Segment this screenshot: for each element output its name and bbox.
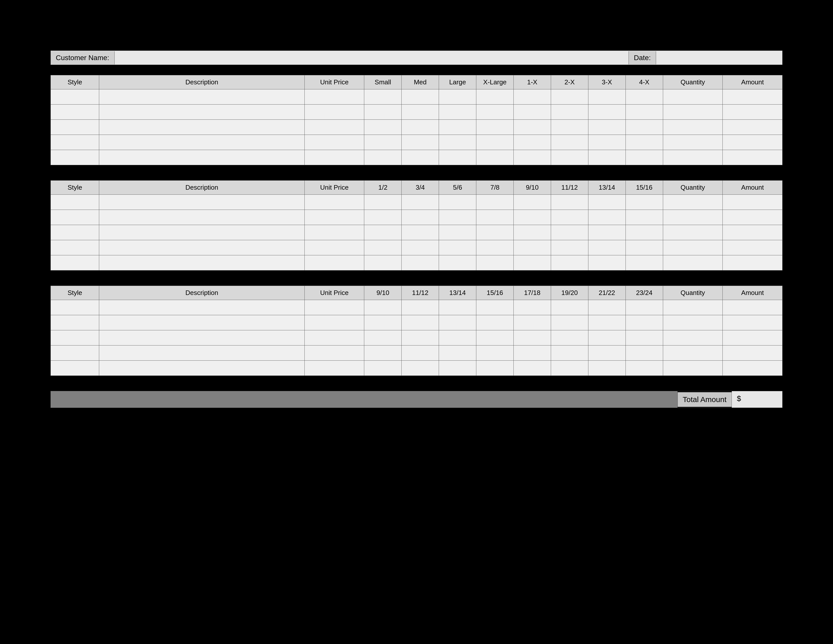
customer-name-label: Customer Name: xyxy=(51,51,114,64)
table-row xyxy=(51,150,783,165)
table2-col-unit-price: Unit Price xyxy=(304,180,364,195)
table-teen-sizes: Style Description Unit Price 9/10 11/12 … xyxy=(50,286,783,376)
table-row xyxy=(51,315,783,330)
table-row xyxy=(51,105,783,120)
table3-col-13-14: 13/14 xyxy=(439,286,476,300)
table2-col-description: Description xyxy=(99,180,304,195)
table3-col-17-18: 17/18 xyxy=(514,286,551,300)
table1-col-3x: 3-X xyxy=(588,75,626,89)
table1-col-amount: Amount xyxy=(723,75,783,89)
table2-col-style: Style xyxy=(51,180,99,195)
table-row xyxy=(51,330,783,346)
table-row xyxy=(51,195,783,210)
table2-col-7-8: 7/8 xyxy=(476,180,514,195)
table-row xyxy=(51,89,783,105)
date-label: Date: xyxy=(629,51,656,64)
table1-col-2x: 2-X xyxy=(551,75,588,89)
table-adult-sizes: Style Description Unit Price Small Med L… xyxy=(50,75,783,165)
table3-col-quantity: Quantity xyxy=(663,286,723,300)
table-row xyxy=(51,361,783,376)
table3-col-unit-price: Unit Price xyxy=(304,286,364,300)
table-row xyxy=(51,120,783,135)
table2-col-15-16: 15/16 xyxy=(626,180,663,195)
table-row xyxy=(51,346,783,361)
table3-col-19-20: 19/20 xyxy=(551,286,588,300)
table1-col-quantity: Quantity xyxy=(663,75,723,89)
table1-col-small: Small xyxy=(364,75,402,89)
table-row xyxy=(51,225,783,240)
table-youth-sizes: Style Description Unit Price 1/2 3/4 5/6… xyxy=(50,180,783,270)
table2-col-13-14: 13/14 xyxy=(588,180,626,195)
table-row xyxy=(51,210,783,225)
date-field[interactable] xyxy=(656,51,782,64)
table2-col-3-4: 3/4 xyxy=(402,180,439,195)
table3-header-row: Style Description Unit Price 9/10 11/12 … xyxy=(51,286,783,300)
table2-col-quantity: Quantity xyxy=(663,180,723,195)
total-amount-row: Total Amount $ xyxy=(50,391,783,408)
table2-header-row: Style Description Unit Price 1/2 3/4 5/6… xyxy=(51,180,783,195)
table1-header-row: Style Description Unit Price Small Med L… xyxy=(51,75,783,89)
total-amount-value[interactable]: $ xyxy=(732,391,782,407)
table-row xyxy=(51,255,783,270)
table1-col-4x: 4-X xyxy=(626,75,663,89)
table3-col-amount: Amount xyxy=(723,286,783,300)
table2-col-11-12: 11/12 xyxy=(551,180,588,195)
table2-col-1-2: 1/2 xyxy=(364,180,402,195)
table1-col-unit-price: Unit Price xyxy=(304,75,364,89)
table3-col-style: Style xyxy=(51,286,99,300)
table3-col-21-22: 21/22 xyxy=(588,286,626,300)
customer-name-field[interactable] xyxy=(114,51,629,64)
total-spacer xyxy=(51,391,677,407)
table2-col-amount: Amount xyxy=(723,180,783,195)
table3-col-23-24: 23/24 xyxy=(626,286,663,300)
table2-col-5-6: 5/6 xyxy=(439,180,476,195)
table3-col-15-16: 15/16 xyxy=(476,286,514,300)
header-row: Customer Name: Date: xyxy=(50,50,783,65)
table3-col-11-12: 11/12 xyxy=(402,286,439,300)
table-row xyxy=(51,135,783,150)
total-amount-label: Total Amount xyxy=(677,392,732,407)
table-row xyxy=(51,240,783,255)
table1-col-xlarge: X-Large xyxy=(476,75,514,89)
table3-col-9-10: 9/10 xyxy=(364,286,402,300)
table3-col-description: Description xyxy=(99,286,304,300)
table1-col-large: Large xyxy=(439,75,476,89)
table2-col-9-10: 9/10 xyxy=(514,180,551,195)
table1-col-1x: 1-X xyxy=(514,75,551,89)
table1-col-med: Med xyxy=(402,75,439,89)
table-row xyxy=(51,300,783,315)
table1-col-style: Style xyxy=(51,75,99,89)
table1-col-description: Description xyxy=(99,75,304,89)
